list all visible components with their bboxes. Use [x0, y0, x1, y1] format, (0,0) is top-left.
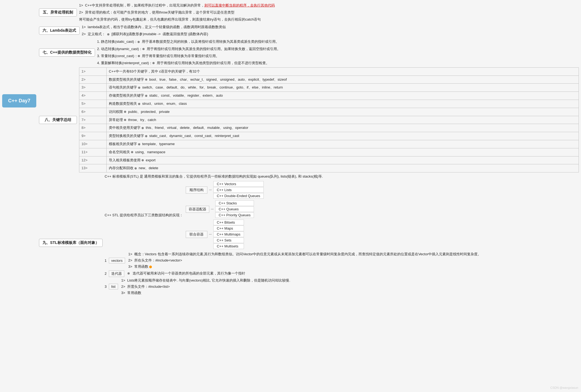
stl-item-queues: C++ Queues	[215, 206, 254, 212]
stl-adapter-items: C++ Stacks C++ Queues C++ Priority Queue…	[215, 200, 254, 218]
kw-cell-9-text: 模板相关的关键字 template、typename	[107, 140, 579, 148]
kw-cell-12-text: 内存分配和回收 new、delete	[107, 164, 579, 172]
kw-cell-7: 8>	[79, 124, 107, 132]
kw-row-6: 7> 异常处理 throw、try、catch	[79, 116, 579, 124]
vectors-line-1: 1> 概念：Vectors 包含着一系列连续存储的元素,其行为和数组类似。访问V…	[128, 251, 481, 257]
stl-group-sequential: 顺序结构 C++ Vectors C++ Lists C++ Double-En…	[186, 181, 264, 199]
s6-line-1: 1> lambda表达式，相当于在函数体内，定义一个轻量级的函数，函数调用时跟着…	[82, 24, 579, 30]
s6-line-2-text: 2> 定义格式： [捕获列表](函数形参)mutable -> 函数返回值类型 …	[82, 32, 208, 36]
kw-cell-1: 2>	[79, 76, 107, 84]
page-wrapper: C++ Day7 五、异常处理机制 1> C++中支持异常处理机制，即，如果程序…	[0, 0, 581, 299]
stl-item-maps: C++ Maps	[213, 226, 244, 231]
stl-group-adapter: 容器适配器 C++ Stacks C++ Queues C++ Priority…	[186, 200, 264, 218]
section-5-label: 五、异常处理机制	[39, 8, 77, 17]
sub-section-list: 3 list 1> Lists将元素按顺序储存在链表中. 与向量(vectors…	[105, 277, 579, 296]
list-line-2: 2> 所需头文件：#include<list>	[121, 284, 290, 290]
s6-line-1-text: 1> lambda表达式，相当于在函数体内，定义一个轻量级的函数，函数调用时跟着…	[82, 25, 226, 29]
stl-item-stacks: C++ Stacks	[215, 200, 254, 206]
kw-cell-5: 6>	[79, 108, 107, 116]
stl-group-assoc-label: 联合容器	[186, 231, 207, 238]
stl-groups: 顺序结构 C++ Vectors C++ Lists C++ Double-En…	[186, 181, 264, 249]
sub-num-2: 2	[105, 272, 107, 276]
iterator-line-1: 迭代器可被用来访问一个容器类的所包函的全部元素，其行为像一个指针	[128, 270, 245, 276]
s7-line-1-text: 1. 静态转换(static_cast)： 用于基本数据类型之间的转换，以及将指…	[97, 40, 279, 44]
kw-cell-8: 9>	[79, 132, 107, 140]
kw-row-10: 11> 命名空间相关 using、namespace	[79, 148, 579, 156]
stl-item-vectors: C++ Vectors	[213, 181, 264, 187]
s7-line-3-text: 3. 常量转换(const_cast)： 用于将常量指针或引用转换为非常量指针或…	[97, 54, 220, 58]
stl-item-deques: C++ Double-Ended Queues	[213, 193, 264, 199]
kw-cell-10-text: 命名空间相关 using、namespace	[107, 148, 579, 156]
s7-line-4-text: 4. 重新解释转换(reinterpret_cast)： 用于将指针或引用转换为…	[97, 61, 269, 65]
section-5-content: 1> C++中支持异常处理机制，即，如果程序执行过程中，出现无法解决的异常，则可…	[79, 2, 579, 23]
kw-row-9: 10> 模板相关的关键字 template、typename	[79, 140, 579, 148]
kw-cell-11: 12>	[79, 156, 107, 164]
s7-line-2-text: 2. 动态转换(dynamic_cast)： 用于将指针或引用转换为其派生类的指…	[97, 47, 280, 51]
kw-row-12: 13> 内存分配和回收 new、delete	[79, 164, 579, 172]
section-7-label: 七、C++提供的数据类型转化	[39, 48, 95, 57]
kw-cell-2-text: 语句相关的关键字 switch、case、default、do、while、fo…	[107, 84, 579, 92]
section-9: 九、STL标准模板库（面向对象） C++ 标准模板库(STL) 是 通用类模板和…	[39, 174, 579, 296]
stl-item-sets: C++ Sets	[213, 237, 244, 243]
sub-lines-iterator: 迭代器可被用来访问一个容器类的所包函的全部元素，其行为像一个指针	[128, 270, 245, 276]
s5-line-2: 2> 异常处理的格式：在可能产生异常的地方，使用throw关键字抛出异常，这个异…	[79, 9, 579, 16]
section-8-content: 1> C++中一共有63个关键字，其中 c语言中的关键字，有32个 2> 数据类…	[79, 67, 579, 172]
stl-group-assoc: 联合容器 C++ Bitsets C++ Maps C++ Multimaps …	[186, 220, 264, 249]
kw-row-0: 1> C++中一共有63个关键字，其中 c语言中的关键字，有32个	[79, 67, 579, 76]
s5-line-1: 1> C++中支持异常处理机制，即，如果程序执行过程中，出现无法解决的异常，则可…	[79, 2, 579, 9]
kw-row-7: 8> 类中相关使用关键字 this、friend、virtual、delete、…	[79, 124, 579, 132]
stl-item-bitsets: C++ Bitsets	[213, 220, 244, 225]
stl-sequential-items: C++ Vectors C++ Lists C++ Double-Ended Q…	[213, 181, 264, 199]
kw-cell-8-text: 类型转换相关的关键字 static_cast、dynamic_cast、cons…	[107, 132, 579, 140]
kw-row-3: 4> 存储类型相关的关键字 static、const、volatile、regi…	[79, 92, 579, 100]
s5-line-3-text: 将可能会产生异常的代码，使用try包囊起来，但凡包囊的程序出现异常，则直接结束t…	[79, 17, 261, 21]
sub-name-list: list	[109, 284, 118, 289]
section-9-label: 九、STL标准模板库（面向对象）	[39, 239, 102, 247]
section-6-content: 1> lambda表达式，相当于在函数体内，定义一个轻量级的函数，函数调用时跟着…	[82, 24, 579, 37]
sub-lines-list: 1> Lists将元素按顺序储存在链表中. 与向量(vectors)相比, 它允…	[121, 277, 290, 296]
s7-line-1: 1. 静态转换(static_cast)： 用于基本数据类型之间的转换，以及将指…	[97, 38, 579, 45]
kw-cell-4: 5>	[79, 100, 107, 108]
sub-num-1: 1	[105, 259, 107, 263]
sub-section-iterator: 2 迭代器 迭代器可被用来访问一个容器类的所包函的全部元素，其行为像一个指针	[105, 270, 579, 277]
sub-lines-vectors: 1> 概念：Vectors 包含着一系列连续存储的元素,其行为和数组类似。访问V…	[128, 251, 481, 270]
keyword-table: 1> C++中一共有63个关键字，其中 c语言中的关键字，有32个 2> 数据类…	[79, 67, 579, 172]
vectors-line-2: 2> 所在头文件：#include<vector>	[128, 257, 481, 263]
main-content: 五、异常处理机制 1> C++中支持异常处理机制，即，如果程序执行过程中，出现无…	[39, 2, 579, 297]
kw-row-4: 5> 构造数据类型相关 struct、union、enum、class	[79, 100, 579, 108]
kw-cell-2: 3>	[79, 84, 107, 92]
watermark: CSDN @wangxiasun	[550, 386, 579, 389]
list-line-1: 1> Lists将元素按顺序储存在链表中. 与向量(vectors)相比, 它允…	[121, 277, 290, 283]
kw-cell-7-text: 类中相关使用关键字 this、friend、virtual、delete、def…	[107, 124, 579, 132]
stl-assoc-items: C++ Bitsets C++ Maps C++ Multimaps C++ S…	[213, 220, 244, 249]
section-9-content: C++ 标准模板库(STL) 是 通用类模板和算法的集合，它提供给程序员一些标准…	[105, 174, 579, 296]
stl-item-lists: C++ Lists	[213, 187, 264, 193]
kw-cell-5-text: 访问权限 public、protected、private	[107, 108, 579, 116]
s5-line-1-text: 1> C++中支持异常处理机制，即，如果程序执行过程中，出现无法解决的异常，则可…	[79, 3, 275, 7]
sub-name-iterator: 迭代器	[109, 270, 124, 277]
stl-item-multisets: C++ Multisets	[213, 243, 244, 249]
kw-cell-6: 7>	[79, 116, 107, 124]
stl-group-adapter-label: 容器适配器	[186, 206, 209, 213]
kw-cell-3: 4>	[79, 92, 107, 100]
sub-section-vectors: 1 vectors 1> 概念：Vectors 包含着一系列连续存储的元素,其行…	[105, 251, 579, 270]
sub-sections: 1 vectors 1> 概念：Vectors 包含着一系列连续存储的元素,其行…	[105, 251, 579, 296]
stl-tree-wrapper: C++ STL 提供给程序员以下三类数据结构的实现： 顺序结构 C++ Vect…	[105, 181, 579, 249]
stl-item-priority-queues: C++ Priority Queues	[215, 212, 254, 218]
vectors-line-3: 3> 常用函数	[128, 264, 481, 270]
stl-provides-label: C++ STL 提供给程序员以下三类数据结构的实现：	[105, 212, 183, 218]
s7-line-2: 2. 动态转换(dynamic_cast)： 用于将指针或引用转换为其派生类的指…	[97, 46, 579, 52]
connector-asc	[209, 234, 212, 234]
stl-item-multimaps: C++ Multimaps	[213, 231, 244, 237]
stl-intro: C++ 标准模板库(STL) 是 通用类模板和算法的集合，它提供给程序员一些标准…	[105, 174, 579, 179]
kw-cell-10: 11>	[79, 148, 107, 156]
kw-cell-6-text: 异常处理 throw、try、catch	[107, 116, 579, 124]
kw-cell-4-text: 构造数据类型相关 struct、union、enum、class	[107, 100, 579, 108]
kw-row-5: 6> 访问权限 public、protected、private	[79, 108, 579, 116]
kw-row-2: 3> 语句相关的关键字 switch、case、default、do、while…	[79, 84, 579, 92]
section-7-content: 1. 静态转换(static_cast)： 用于基本数据类型之间的转换，以及将指…	[97, 38, 579, 66]
s5-line-2-text: 2> 异常处理的格式：在可能产生异常的地方，使用throw关键字抛出异常，这个异…	[79, 10, 234, 14]
kw-row-11: 12> 导入相关模板类使用 export	[79, 156, 579, 164]
section-7: 七、C++提供的数据类型转化 1. 静态转换(static_cast)： 用于基…	[39, 38, 579, 66]
list-line-3: 3> 常用函数	[121, 290, 290, 296]
